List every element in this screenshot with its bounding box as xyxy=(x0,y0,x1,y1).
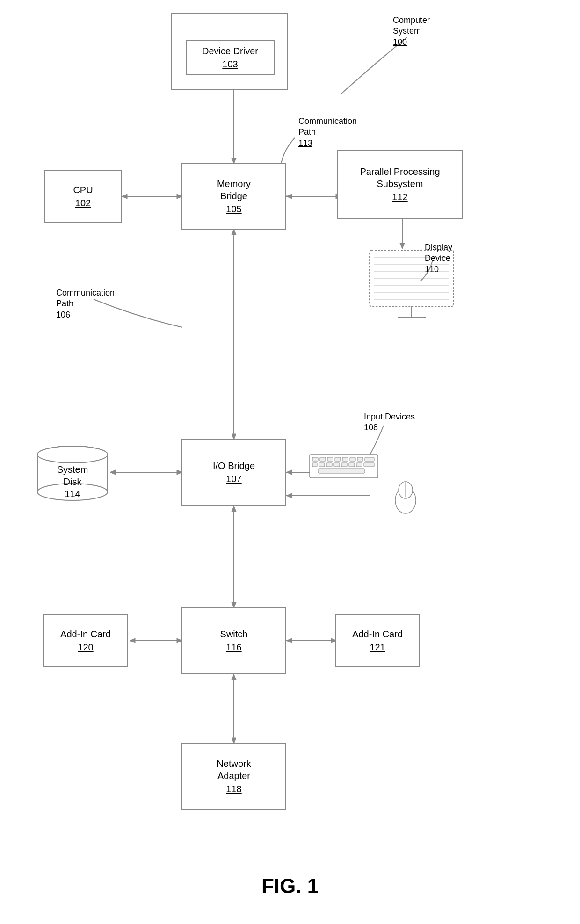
memory-bridge-box: MemoryBridge 105 xyxy=(181,163,286,230)
svg-rect-60 xyxy=(349,463,355,467)
input-devices-annotation: Input Devices 108 xyxy=(364,411,415,433)
io-bridge-box: I/O Bridge 107 xyxy=(181,439,286,506)
svg-rect-58 xyxy=(334,463,340,467)
svg-rect-53 xyxy=(357,457,363,461)
svg-marker-7 xyxy=(286,194,292,199)
svg-marker-25 xyxy=(232,674,236,680)
svg-rect-63 xyxy=(318,469,365,473)
add-in-card-121-box: Add-In Card 121 xyxy=(335,614,420,667)
computer-system-annotation: ComputerSystem 100 xyxy=(393,15,430,48)
add-in-card-120-box: Add-In Card 120 xyxy=(43,614,128,667)
svg-rect-50 xyxy=(335,457,341,461)
fig-label: FIG. 1 xyxy=(0,874,580,898)
mouse-device xyxy=(393,477,419,514)
svg-rect-52 xyxy=(350,457,355,461)
svg-marker-29 xyxy=(286,470,292,475)
system-disk-label: SystemDisk xyxy=(57,464,88,487)
svg-rect-49 xyxy=(327,457,333,461)
cpu-box: CPU 102 xyxy=(44,170,122,223)
comm-path-113-annotation: CommunicationPath 113 xyxy=(298,116,357,149)
comm-path-106-annotation: CommunicationPath 106 xyxy=(56,288,115,320)
svg-rect-59 xyxy=(341,463,347,467)
system-disk: SystemDisk 114 xyxy=(33,444,112,505)
diagram: System Memory 104 Device Driver 103 Memo… xyxy=(0,0,580,888)
device-driver-box: Device Driver 103 xyxy=(186,40,275,75)
system-disk-number: 114 xyxy=(65,489,80,499)
svg-rect-47 xyxy=(312,457,318,461)
svg-rect-48 xyxy=(320,457,326,461)
svg-marker-22 xyxy=(286,638,292,643)
svg-rect-62 xyxy=(364,463,374,467)
svg-rect-51 xyxy=(342,457,348,461)
svg-marker-31 xyxy=(286,493,292,498)
svg-rect-61 xyxy=(356,463,362,467)
switch-box: Switch 116 xyxy=(181,607,286,674)
network-adapter-box: NetworkAdapter 118 xyxy=(181,743,286,810)
svg-marker-4 xyxy=(122,194,127,199)
keyboard-device xyxy=(309,454,379,479)
system-memory-box: System Memory 104 Device Driver 103 xyxy=(171,13,288,90)
parallel-processing-box: Parallel ProcessingSubsystem 112 xyxy=(337,150,463,219)
svg-rect-54 xyxy=(365,457,374,461)
display-device-annotation: DisplayDevice 110 xyxy=(425,242,452,275)
keyboard-svg xyxy=(309,454,379,479)
svg-rect-55 xyxy=(312,463,317,467)
svg-marker-16 xyxy=(232,506,236,512)
svg-point-45 xyxy=(37,446,108,463)
svg-rect-57 xyxy=(326,463,332,467)
mouse-svg xyxy=(393,477,419,514)
svg-rect-56 xyxy=(319,463,325,467)
svg-marker-19 xyxy=(130,638,135,643)
